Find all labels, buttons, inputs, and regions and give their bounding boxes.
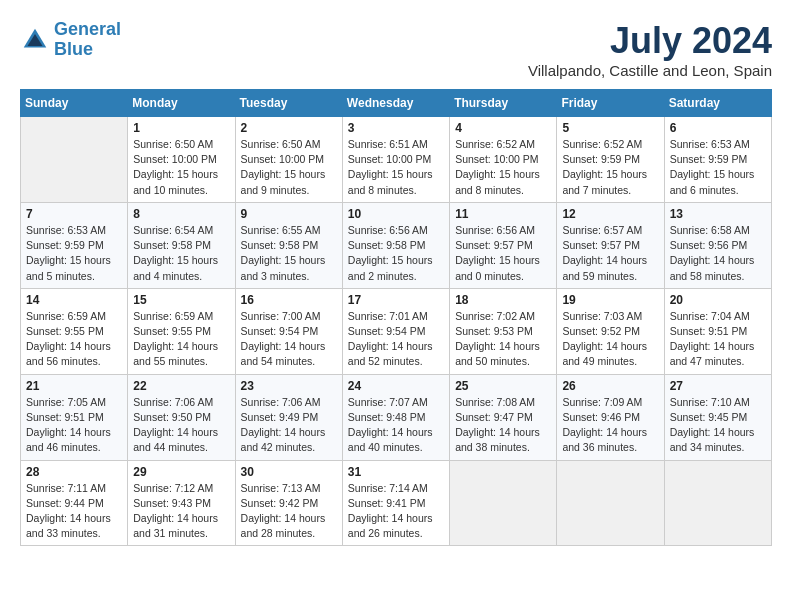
title-block: July 2024 Villalpando, Castille and Leon… <box>528 20 772 79</box>
day-detail: Sunrise: 6:51 AM Sunset: 10:00 PM Daylig… <box>348 137 444 198</box>
weekday-header: Saturday <box>664 90 771 117</box>
calendar-cell: 6Sunrise: 6:53 AM Sunset: 9:59 PM Daylig… <box>664 117 771 203</box>
day-detail: Sunrise: 7:06 AM Sunset: 9:50 PM Dayligh… <box>133 395 229 456</box>
day-detail: Sunrise: 7:08 AM Sunset: 9:47 PM Dayligh… <box>455 395 551 456</box>
calendar-cell: 28Sunrise: 7:11 AM Sunset: 9:44 PM Dayli… <box>21 460 128 546</box>
calendar-cell: 21Sunrise: 7:05 AM Sunset: 9:51 PM Dayli… <box>21 374 128 460</box>
day-number: 12 <box>562 207 658 221</box>
calendar-cell: 26Sunrise: 7:09 AM Sunset: 9:46 PM Dayli… <box>557 374 664 460</box>
calendar-header-row: SundayMondayTuesdayWednesdayThursdayFrid… <box>21 90 772 117</box>
day-detail: Sunrise: 6:53 AM Sunset: 9:59 PM Dayligh… <box>26 223 122 284</box>
weekday-header: Sunday <box>21 90 128 117</box>
weekday-header: Monday <box>128 90 235 117</box>
day-detail: Sunrise: 6:57 AM Sunset: 9:57 PM Dayligh… <box>562 223 658 284</box>
day-number: 16 <box>241 293 337 307</box>
calendar-cell <box>557 460 664 546</box>
calendar-week-row: 28Sunrise: 7:11 AM Sunset: 9:44 PM Dayli… <box>21 460 772 546</box>
calendar-cell: 24Sunrise: 7:07 AM Sunset: 9:48 PM Dayli… <box>342 374 449 460</box>
calendar-cell: 31Sunrise: 7:14 AM Sunset: 9:41 PM Dayli… <box>342 460 449 546</box>
day-detail: Sunrise: 7:14 AM Sunset: 9:41 PM Dayligh… <box>348 481 444 542</box>
day-detail: Sunrise: 6:59 AM Sunset: 9:55 PM Dayligh… <box>133 309 229 370</box>
day-detail: Sunrise: 7:06 AM Sunset: 9:49 PM Dayligh… <box>241 395 337 456</box>
day-number: 23 <box>241 379 337 393</box>
day-detail: Sunrise: 7:13 AM Sunset: 9:42 PM Dayligh… <box>241 481 337 542</box>
day-detail: Sunrise: 7:12 AM Sunset: 9:43 PM Dayligh… <box>133 481 229 542</box>
day-detail: Sunrise: 6:59 AM Sunset: 9:55 PM Dayligh… <box>26 309 122 370</box>
day-number: 25 <box>455 379 551 393</box>
day-detail: Sunrise: 7:02 AM Sunset: 9:53 PM Dayligh… <box>455 309 551 370</box>
calendar-cell: 23Sunrise: 7:06 AM Sunset: 9:49 PM Dayli… <box>235 374 342 460</box>
location-title: Villalpando, Castille and Leon, Spain <box>528 62 772 79</box>
day-detail: Sunrise: 6:50 AM Sunset: 10:00 PM Daylig… <box>133 137 229 198</box>
day-number: 26 <box>562 379 658 393</box>
page-header: General Blue July 2024 Villalpando, Cast… <box>20 20 772 79</box>
day-detail: Sunrise: 7:01 AM Sunset: 9:54 PM Dayligh… <box>348 309 444 370</box>
day-detail: Sunrise: 7:10 AM Sunset: 9:45 PM Dayligh… <box>670 395 766 456</box>
calendar-cell: 11Sunrise: 6:56 AM Sunset: 9:57 PM Dayli… <box>450 202 557 288</box>
day-number: 17 <box>348 293 444 307</box>
logo: General Blue <box>20 20 121 60</box>
calendar-cell: 9Sunrise: 6:55 AM Sunset: 9:58 PM Daylig… <box>235 202 342 288</box>
day-detail: Sunrise: 7:09 AM Sunset: 9:46 PM Dayligh… <box>562 395 658 456</box>
calendar-week-row: 14Sunrise: 6:59 AM Sunset: 9:55 PM Dayli… <box>21 288 772 374</box>
month-title: July 2024 <box>528 20 772 62</box>
calendar-cell: 19Sunrise: 7:03 AM Sunset: 9:52 PM Dayli… <box>557 288 664 374</box>
weekday-header: Thursday <box>450 90 557 117</box>
day-number: 18 <box>455 293 551 307</box>
calendar-cell: 10Sunrise: 6:56 AM Sunset: 9:58 PM Dayli… <box>342 202 449 288</box>
weekday-header: Friday <box>557 90 664 117</box>
day-number: 28 <box>26 465 122 479</box>
day-detail: Sunrise: 6:58 AM Sunset: 9:56 PM Dayligh… <box>670 223 766 284</box>
day-number: 5 <box>562 121 658 135</box>
calendar-cell: 4Sunrise: 6:52 AM Sunset: 10:00 PM Dayli… <box>450 117 557 203</box>
day-detail: Sunrise: 6:52 AM Sunset: 10:00 PM Daylig… <box>455 137 551 198</box>
calendar-cell: 2Sunrise: 6:50 AM Sunset: 10:00 PM Dayli… <box>235 117 342 203</box>
day-number: 30 <box>241 465 337 479</box>
calendar-week-row: 7Sunrise: 6:53 AM Sunset: 9:59 PM Daylig… <box>21 202 772 288</box>
day-number: 1 <box>133 121 229 135</box>
day-number: 3 <box>348 121 444 135</box>
logo-line1: General <box>54 19 121 39</box>
calendar-cell <box>21 117 128 203</box>
calendar-cell: 3Sunrise: 6:51 AM Sunset: 10:00 PM Dayli… <box>342 117 449 203</box>
day-detail: Sunrise: 7:07 AM Sunset: 9:48 PM Dayligh… <box>348 395 444 456</box>
day-detail: Sunrise: 6:55 AM Sunset: 9:58 PM Dayligh… <box>241 223 337 284</box>
calendar-cell <box>664 460 771 546</box>
calendar-week-row: 21Sunrise: 7:05 AM Sunset: 9:51 PM Dayli… <box>21 374 772 460</box>
day-number: 29 <box>133 465 229 479</box>
calendar-cell: 15Sunrise: 6:59 AM Sunset: 9:55 PM Dayli… <box>128 288 235 374</box>
day-number: 13 <box>670 207 766 221</box>
logo-line2: Blue <box>54 39 93 59</box>
calendar-cell <box>450 460 557 546</box>
day-number: 6 <box>670 121 766 135</box>
day-detail: Sunrise: 7:11 AM Sunset: 9:44 PM Dayligh… <box>26 481 122 542</box>
calendar-cell: 5Sunrise: 6:52 AM Sunset: 9:59 PM Daylig… <box>557 117 664 203</box>
day-number: 2 <box>241 121 337 135</box>
calendar-cell: 17Sunrise: 7:01 AM Sunset: 9:54 PM Dayli… <box>342 288 449 374</box>
calendar-cell: 8Sunrise: 6:54 AM Sunset: 9:58 PM Daylig… <box>128 202 235 288</box>
day-number: 19 <box>562 293 658 307</box>
calendar-cell: 29Sunrise: 7:12 AM Sunset: 9:43 PM Dayli… <box>128 460 235 546</box>
day-number: 14 <box>26 293 122 307</box>
day-detail: Sunrise: 7:03 AM Sunset: 9:52 PM Dayligh… <box>562 309 658 370</box>
calendar-cell: 16Sunrise: 7:00 AM Sunset: 9:54 PM Dayli… <box>235 288 342 374</box>
day-number: 7 <box>26 207 122 221</box>
day-number: 27 <box>670 379 766 393</box>
day-detail: Sunrise: 6:50 AM Sunset: 10:00 PM Daylig… <box>241 137 337 198</box>
day-number: 22 <box>133 379 229 393</box>
calendar-cell: 25Sunrise: 7:08 AM Sunset: 9:47 PM Dayli… <box>450 374 557 460</box>
day-number: 24 <box>348 379 444 393</box>
day-detail: Sunrise: 7:04 AM Sunset: 9:51 PM Dayligh… <box>670 309 766 370</box>
weekday-header: Tuesday <box>235 90 342 117</box>
calendar-cell: 22Sunrise: 7:06 AM Sunset: 9:50 PM Dayli… <box>128 374 235 460</box>
day-number: 10 <box>348 207 444 221</box>
day-number: 20 <box>670 293 766 307</box>
day-number: 21 <box>26 379 122 393</box>
day-detail: Sunrise: 7:05 AM Sunset: 9:51 PM Dayligh… <box>26 395 122 456</box>
calendar-cell: 13Sunrise: 6:58 AM Sunset: 9:56 PM Dayli… <box>664 202 771 288</box>
logo-text: General Blue <box>54 20 121 60</box>
logo-icon <box>20 25 50 55</box>
day-number: 4 <box>455 121 551 135</box>
day-number: 9 <box>241 207 337 221</box>
day-detail: Sunrise: 6:56 AM Sunset: 9:58 PM Dayligh… <box>348 223 444 284</box>
